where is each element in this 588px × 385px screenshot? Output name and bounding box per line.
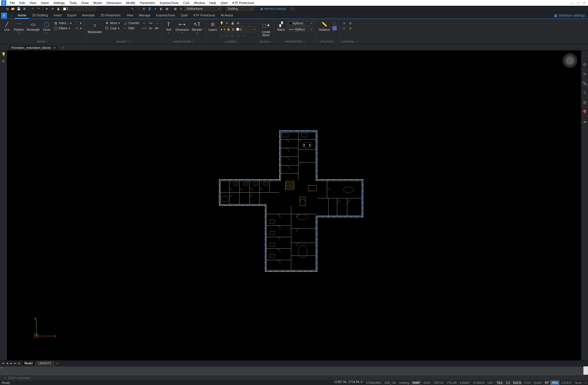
layer-lock-icon[interactable]: 🔒	[230, 21, 235, 25]
status-toggle-ortho[interactable]: ORTHO	[432, 380, 445, 385]
status-toggle-dyn[interactable]: DYN	[523, 380, 532, 385]
status-toggle-hka[interactable]: HKA	[550, 380, 559, 385]
trim-icon[interactable]: ✂	[142, 21, 146, 25]
view-compass[interactable]	[563, 53, 577, 68]
circle-button[interactable]: ◯Circle▾	[41, 20, 52, 35]
ribbon-tab-2d-drafting[interactable]: 2D Drafting	[29, 12, 51, 19]
grid-icon[interactable]: ▦	[173, 7, 177, 11]
menu-edit[interactable]: Edit	[17, 1, 27, 5]
layers-panel-icon[interactable]: ≋	[583, 72, 586, 76]
tool-icon-7[interactable]: ▦	[165, 7, 169, 11]
close-cmd-icon[interactable]: ×	[1, 366, 2, 369]
panel-title-block[interactable]: BLOCK	[260, 39, 272, 44]
status-textstyle[interactable]: STANDARD	[364, 380, 383, 385]
tool-icon-3[interactable]: ⊞	[142, 7, 146, 11]
menu-file[interactable]: File	[7, 1, 17, 5]
status-toggle-rt[interactable]: RT	[543, 380, 550, 385]
ribbon-tab-expresstools[interactable]: ExpressTools	[153, 12, 178, 19]
menu-civil[interactable]: Civil	[181, 1, 192, 5]
menu-draw[interactable]: Draw	[79, 1, 91, 5]
copy-button[interactable]: ⿻Copy ▾	[104, 26, 120, 30]
snap-icon[interactable]: ⊡	[179, 7, 183, 11]
qat-grip[interactable]: ⋮	[1, 7, 4, 10]
fillet-button[interactable]: ⌐Fillet	[122, 26, 140, 30]
panel-title-annotation[interactable]: ANNOTATION	[163, 39, 203, 44]
pencil-icon[interactable]: ✎	[583, 91, 586, 95]
settings-icon[interactable]: ⚙	[583, 62, 586, 67]
manipulate-button[interactable]: ⤨Manipulate	[87, 20, 103, 34]
tool-icon-6[interactable]: ◧	[159, 7, 163, 11]
status-toggle-11[interactable]: 1:1	[504, 380, 511, 385]
layout-tab-layout1[interactable]: LAYOUT1	[36, 361, 54, 366]
layout-list-icon[interactable]: ▤	[17, 361, 21, 365]
match-button[interactable]: ▞Match	[276, 20, 286, 32]
panel-title-layers[interactable]: LAYERS	[207, 39, 257, 44]
ribbon-tab-ktf-pointcloud[interactable]: KTF Pointcloud	[191, 12, 218, 19]
move-button[interactable]: ✥Move ▾	[104, 21, 120, 25]
menu-settings[interactable]: Settings	[51, 1, 67, 5]
control-icon-1[interactable]: ⇲	[342, 21, 346, 25]
ribbon-tab-export[interactable]: Export	[65, 12, 80, 19]
menu-parametric[interactable]: Parametric	[138, 1, 157, 5]
layers-button[interactable]: ≣Layers	[207, 20, 218, 32]
tool-icon-1[interactable]: ✎	[130, 7, 135, 11]
search-icon[interactable]: ⌕	[9, 13, 14, 18]
help-icon[interactable]: ?	[290, 7, 295, 11]
status-toggle-lwt[interactable]: LWT	[486, 380, 495, 385]
close-tab-icon[interactable]: ✕	[53, 46, 56, 49]
distance-button[interactable]: 📏Distance	[318, 20, 331, 32]
status-toggle-tile[interactable]: TILE	[495, 380, 504, 385]
arc-button[interactable]: ⌒▾	[74, 21, 82, 25]
interface-settings-button[interactable]: ▦ Interface settings	[551, 13, 588, 18]
menu-modify[interactable]: Modify	[124, 1, 138, 5]
layer-dropdown[interactable]: ● ☀ 🔓 🖶 0	[219, 26, 256, 32]
control-icon-2[interactable]: ⊡	[342, 26, 346, 30]
structure-icon[interactable]: ⊟	[2, 59, 5, 63]
menu-window[interactable]: Window	[192, 1, 207, 5]
ribbon-tab-manage[interactable]: Manage	[136, 12, 153, 19]
layer-tool-2[interactable]: ⬚	[225, 33, 229, 38]
ribbon-tab-view[interactable]: View	[124, 12, 136, 19]
status-toggle-snap[interactable]: SNAP	[411, 380, 421, 385]
tool-icon-2[interactable]: ⬚	[136, 7, 140, 11]
layer-tool-4[interactable]: ⬚	[236, 33, 240, 38]
control-icon-3[interactable]: ⊞	[348, 21, 353, 25]
spline-button[interactable]: ∿▾	[74, 26, 82, 30]
document-tab[interactable]: Floorplan_redundant_blocks ✕	[8, 45, 59, 50]
text-button[interactable]: 𝖳Text▾	[163, 20, 174, 35]
status-toggle-esnap[interactable]: ESNAP	[458, 380, 471, 385]
mleader-button[interactable]: ↖𝖳Mleader▾	[191, 20, 204, 35]
layer-lock-icon[interactable]: 🔒	[56, 7, 61, 11]
add-tab-button[interactable]: ＋	[59, 45, 67, 50]
cloud-icon[interactable]: ☁	[583, 119, 587, 123]
attach-icon[interactable]: 📎	[582, 81, 587, 86]
array-icon[interactable]: ⊞ ▾	[148, 26, 153, 30]
grid-panel-icon[interactable]: ⊞	[583, 100, 586, 105]
layer-bulb-icon[interactable]: 💡	[219, 21, 224, 25]
line-button[interactable]: ╱Line	[2, 20, 12, 32]
layer-tool-3[interactable]: ⬚	[230, 33, 235, 38]
maximize-button[interactable]: ▢	[576, 1, 581, 5]
rectangle-button[interactable]: ▭Rectangle	[26, 20, 41, 32]
minimize-button[interactable]: —	[569, 1, 575, 5]
control-icon-4[interactable]: ⊟	[348, 26, 353, 30]
break-icon[interactable]: ⫠	[154, 21, 159, 25]
interface-settings-link-small[interactable]: ▦ Interface settings	[260, 7, 286, 10]
idea-icon[interactable]: 💡	[1, 52, 6, 56]
join-icon[interactable]: ⬒ ▾	[154, 26, 159, 30]
menu-tools[interactable]: Tools	[67, 1, 79, 5]
ribbon-tab-home[interactable]: Home	[15, 12, 29, 19]
layout-prev-icon[interactable]: ◀	[5, 361, 9, 365]
close-button[interactable]: ✕	[582, 1, 586, 5]
layer-tool-5[interactable]: ⬚	[241, 33, 246, 38]
status-toggle-none[interactable]: None	[573, 380, 583, 385]
status-toggle-ducs[interactable]: DUCS	[511, 380, 523, 385]
status-toggle-quad[interactable]: QUAD	[532, 380, 543, 385]
status-workspace[interactable]: Drafting	[397, 380, 411, 385]
ellipse-button[interactable]: ◯Ellipse ▾	[53, 26, 72, 30]
ribbon-tab-insert[interactable]: Insert	[51, 12, 65, 19]
menu-expresstools[interactable]: ExpressTools	[158, 1, 181, 5]
drawing-canvas[interactable]: Y X W	[7, 51, 581, 360]
layer-tool-1[interactable]: ⬚	[219, 33, 224, 38]
status-toggle-polar[interactable]: POLAR	[445, 380, 458, 385]
